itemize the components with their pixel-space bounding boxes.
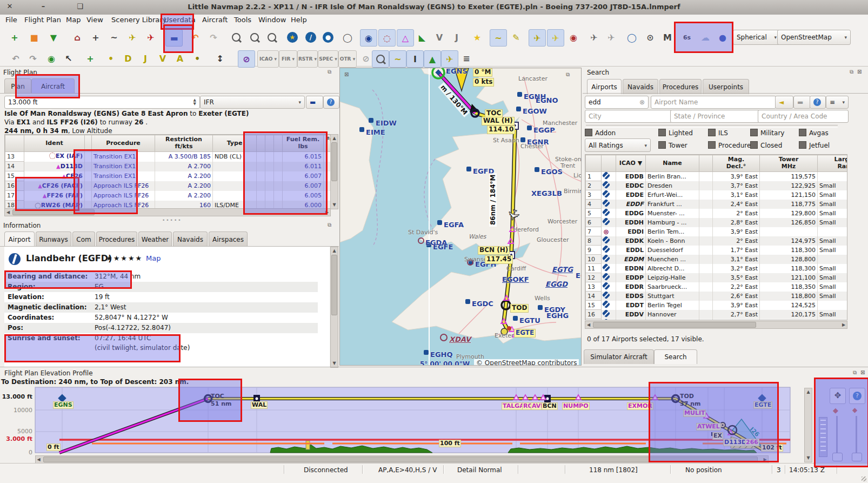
airport-type-icon[interactable] <box>602 292 616 301</box>
flight-rules-select[interactable]: IFR▾ <box>200 96 305 109</box>
search-result-row[interactable]: 5EDDGMuenster- ...2° East129,800Small <box>586 209 848 218</box>
center-plan-button[interactable]: + <box>88 29 104 45</box>
search-col-header[interactable] <box>699 155 713 172</box>
aircraft-track-button[interactable]: ✈ <box>547 29 564 47</box>
airport-type-icon[interactable] <box>602 181 616 190</box>
airport-type-icon[interactable] <box>602 209 616 218</box>
city-input[interactable]: City <box>585 110 672 123</box>
icao-cell[interactable]: EDDE <box>616 190 646 200</box>
icao-cell[interactable]: EDDR <box>616 282 646 292</box>
search-col-header[interactable]: Name <box>646 155 699 172</box>
search-result-row[interactable]: 17EDDWBremen2,3° East134,825Small <box>586 319 848 321</box>
search-result-row[interactable]: 3EDDEErfurt-Wei...3,1° East121,150Small <box>586 190 848 200</box>
flightplan-row[interactable]: 17▲FF26 (FAF)Approach ILS FF26A 2.2006.0… <box>5 191 331 201</box>
airport-type-icon[interactable] <box>602 172 616 181</box>
checkbox-tower[interactable]: Tower <box>658 141 687 149</box>
icao-cell[interactable]: EDDV <box>616 310 646 319</box>
flightplan-vscrollbar[interactable]: ▲▼ <box>330 134 338 209</box>
airport-empty-button[interactable]: ◯ <box>339 29 356 45</box>
airspace-fir-button[interactable]: FIR ▾ <box>279 50 297 68</box>
fp-col-header[interactable] <box>5 135 24 152</box>
search-col-header[interactable] <box>602 155 616 172</box>
airport-type-icon[interactable] <box>602 264 616 273</box>
cursor-button[interactable]: ↖ <box>61 50 77 67</box>
redo-button[interactable]: ↷ <box>25 50 41 67</box>
checkbox-ils[interactable]: ILS <box>708 129 728 137</box>
icao-cell[interactable]: EDDN <box>616 264 646 273</box>
info-tab-procedures[interactable]: Procedures <box>96 231 137 247</box>
vor-button[interactable]: ◉ <box>360 29 377 47</box>
search-result-row[interactable]: 8EDDKKoeln - Bonn2° East124,975Small <box>586 236 848 246</box>
fp-ident-cell[interactable]: ▲CF26 <box>24 171 85 181</box>
airport-type-icon[interactable] <box>602 273 616 282</box>
search-result-row[interactable]: 7⊗EDDIBerlin Tem...3,9° East <box>586 227 848 236</box>
search-help-button[interactable]: ? <box>810 96 826 109</box>
save-flightplan-button[interactable]: ▼ <box>45 29 62 45</box>
checkbox-lighted[interactable]: Lighted <box>658 129 693 137</box>
resize-grip[interactable] <box>862 477 866 481</box>
airport-type-icon[interactable] <box>602 319 616 321</box>
route-point-v-button[interactable]: V <box>155 50 171 67</box>
info-tab-navaids[interactable]: Navaids <box>173 231 208 247</box>
icao-cell[interactable]: EDDH <box>616 218 646 227</box>
info-tab-weather[interactable]: Weather <box>138 231 172 247</box>
info-tab-airport[interactable]: Airport <box>4 231 35 247</box>
route-pen-button[interactable]: ✎ <box>508 29 524 45</box>
vertical-zoom-handle[interactable] <box>832 453 843 461</box>
country-input[interactable]: Country / Area Code <box>758 110 849 123</box>
ai-aircraft-button[interactable]: ✈ <box>586 29 602 45</box>
airspace-spec-button[interactable]: SPEC ▾ <box>318 50 338 68</box>
checkbox-military[interactable]: Military <box>750 129 784 137</box>
search-tab-procedures[interactable]: Procedures <box>659 79 702 94</box>
rating-filter-select[interactable]: All Ratings▾ <box>585 138 651 152</box>
search-result-row[interactable]: 15EDDTBerlin Tegel3,9° East124,525 <box>586 301 848 310</box>
icao-cell[interactable]: EDDP <box>616 273 646 282</box>
fp-col-header[interactable] <box>265 135 274 152</box>
info-tab-airspaces[interactable]: Airspaces <box>209 231 248 247</box>
aircraft-button[interactable]: ✈ <box>529 29 546 47</box>
add-to-plan-button[interactable]: + <box>82 50 98 67</box>
tab-simulator-aircraft[interactable]: Simulator Aircraft <box>584 349 654 364</box>
spatial-dot-button[interactable]: ⊙ <box>642 29 658 45</box>
search-col-header[interactable] <box>586 155 602 172</box>
compass-rose-button[interactable]: ◉ <box>565 29 582 45</box>
map-theme-select[interactable]: OpenStreetMap▾ <box>777 30 851 45</box>
weather-clouds-button[interactable]: ☁ <box>697 29 713 45</box>
airspace-icao-button[interactable]: ICAO ▾ <box>257 50 279 68</box>
map-canvas[interactable]: ✈ EGNSEIDWEIMEEGNHEGNOEGOWEGGPEGNREGOSEG… <box>339 68 582 366</box>
elevation-profile-chart[interactable] <box>0 367 868 464</box>
airport-soft-button[interactable]: / <box>303 29 319 45</box>
search-result-row[interactable]: 11EDDNAlbrecht D...3,2° East118,300Small <box>586 264 848 273</box>
menu-item-flight-plan[interactable]: Flight Plan <box>24 16 61 24</box>
icao-cell[interactable]: EDDS <box>616 292 646 301</box>
center-route-button[interactable]: ~ <box>106 29 122 45</box>
checkbox-closed[interactable]: Closed <box>750 141 782 149</box>
icao-cell[interactable]: EDDL <box>616 246 646 255</box>
icao-cell[interactable]: EDDT <box>616 301 646 310</box>
airport-water-button[interactable]: ● <box>320 29 336 45</box>
state-input[interactable]: State / Province <box>670 110 760 123</box>
help-button[interactable]: ? <box>323 96 339 109</box>
menu-item-map[interactable]: Map <box>66 16 81 24</box>
dock-splitter-handle[interactable]: ••••• <box>162 217 182 223</box>
airspace-all-button[interactable]: ⊘ <box>238 50 255 68</box>
search-result-row[interactable]: 6EDDHHamburg - ...2,8° East126,850Small <box>586 218 848 227</box>
flightplan-row[interactable]: 16▲CF26 (FACF)Approach ILS FF26A 2.2006.… <box>5 181 331 191</box>
search-map-button[interactable]: ◉ <box>43 50 59 67</box>
back-button[interactable]: ↶ <box>187 29 203 45</box>
fp-col-header[interactable]: Restriction ft/kts <box>155 135 213 152</box>
tab-aircraft[interactable]: Aircraft <box>31 78 75 94</box>
window-search-button[interactable] <box>372 50 389 68</box>
tab-search[interactable]: Search <box>654 349 697 364</box>
airspace-otr-button[interactable]: OTR ▾ <box>338 50 357 68</box>
search-brush-button[interactable]: ▬ <box>793 96 811 109</box>
userpoint-button[interactable]: ★ <box>469 29 485 45</box>
new-flightplan-button[interactable]: + <box>6 29 23 45</box>
airport-type-icon[interactable] <box>602 236 616 246</box>
search-tab-userpoints[interactable]: Userpoints <box>703 79 749 94</box>
fp-col-header[interactable] <box>274 135 283 152</box>
menu-item-file[interactable]: File <box>5 16 17 24</box>
map-brush-button[interactable]: ▬ <box>165 29 183 47</box>
close-dock-icon[interactable]: ⊠ <box>857 69 862 75</box>
search-result-row[interactable]: 1EDDBBerlin Bran...3,9° East119,575 <box>586 172 848 181</box>
